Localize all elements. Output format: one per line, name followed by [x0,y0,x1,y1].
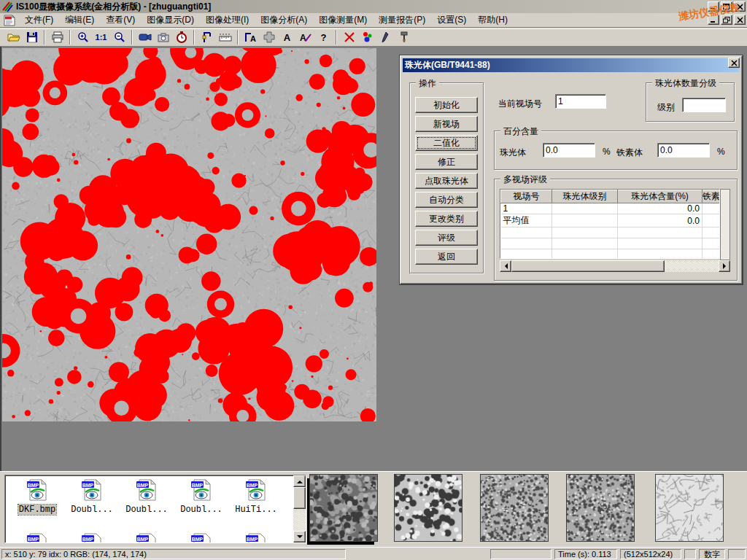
save-button[interactable] [23,29,41,45]
menu-edit[interactable]: 编辑(E) [59,12,100,28]
mdi-close-button[interactable] [734,15,746,25]
mdi-restore-button[interactable] [721,15,732,25]
menu-image-display[interactable]: 图像显示(D) [141,12,200,28]
table-vertical-scrollbar[interactable] [720,189,730,260]
return-button[interactable]: 返回 [415,249,478,265]
thumbnail-image[interactable] [480,474,549,542]
file-name[interactable]: HuiTi... [234,505,278,515]
pearlite-percent-input[interactable] [543,143,595,158]
menu-image-processing[interactable]: 图像处理(I) [200,12,255,28]
file-list-scrollbar[interactable] [293,475,306,542]
col-field-number[interactable]: 视场号 [501,190,552,203]
thumbnail-image[interactable] [566,474,635,542]
file-name[interactable]: DKF.bmp [18,505,56,515]
mdi-minimize-button[interactable] [708,15,719,25]
menu-file[interactable]: 文件(F) [19,12,59,28]
ruler-button[interactable] [216,29,234,45]
file-item[interactable]: BMP Doubl... [175,478,228,515]
grid-measure-button[interactable] [260,29,278,45]
maximize-button[interactable] [721,1,732,12]
timer-button[interactable] [172,29,190,45]
table-row[interactable]: 1 0.0 [501,203,721,214]
video-camera-button[interactable] [136,29,154,45]
menu-report[interactable]: 测量报告(P) [373,12,431,28]
scroll-right-button[interactable] [719,260,730,272]
table-row[interactable]: 平均值 0.0 [501,214,721,228]
thumbnail-image[interactable] [394,474,462,542]
thumbnail-image[interactable] [655,474,724,542]
table-horizontal-scrollbar[interactable] [500,260,730,272]
document-icon[interactable] [3,15,16,26]
menu-help[interactable]: 帮助(H) [472,12,514,28]
file-item[interactable]: BMP Doubl... [66,478,118,515]
brush-button[interactable] [395,29,413,45]
caliper-button[interactable] [198,29,216,45]
actual-size-button[interactable]: 1:1 [92,29,110,45]
ferrite-percent-input[interactable] [657,143,710,158]
col-pearlite-content[interactable]: 珠光体含量(%) [618,190,703,203]
dialog-title-bar[interactable]: 珠光体(GB/T9441-88) [403,58,740,72]
auto-classify-button[interactable]: 自动分类 [415,192,478,208]
annotate-button[interactable]: A [296,29,314,45]
file-item[interactable]: BMP DKF.bmp [11,478,63,515]
print-button[interactable] [48,29,66,45]
file-item[interactable]: BMP [66,532,118,543]
scroll-up-button[interactable] [293,475,306,487]
file-list[interactable]: BMP DKF.bmp BMP Doubl... BMP Doubl... BM… [4,475,306,543]
curve-tool-button[interactable] [340,29,358,45]
file-item[interactable]: BMP [175,532,228,543]
close-button[interactable] [734,1,746,12]
pick-pearlite-button[interactable]: 点取珠光体 [415,173,478,189]
scrollbar-thumb[interactable] [511,260,665,272]
microstructure-image[interactable] [2,48,376,421]
file-item[interactable]: BMP [230,532,282,543]
pen-button[interactable] [376,29,395,45]
dialog-close-button[interactable] [728,58,740,68]
file-item[interactable]: BMP Doubl... [120,478,173,515]
bmp-file-icon: BMP [244,478,268,502]
current-field-label: 当前视场号 [498,98,542,110]
measure-text-button[interactable]: A [241,29,260,45]
text-button[interactable]: A [278,29,296,45]
scroll-down-button[interactable] [293,531,306,542]
capture-camera-icon [158,32,169,42]
video-camera-icon [139,32,152,42]
binarize-button[interactable]: 二值化 [415,135,478,151]
menu-image-analysis[interactable]: 图像分析(A) [255,12,313,28]
rating-table[interactable]: 视场号 珠光体级别 珠光体含量(%) 铁素体含量(%) 1 0.0 平均值 0.… [500,189,720,259]
scroll-left-button[interactable] [500,260,511,272]
zoom-out-button[interactable] [110,29,128,45]
rate-button[interactable]: 评级 [415,230,478,246]
initialize-button[interactable]: 初始化 [415,97,478,113]
change-class-button[interactable]: 更改类别 [415,211,478,227]
scrollbar-thumb[interactable] [293,487,306,509]
open-folder-button[interactable] [4,29,23,45]
toolbar-separator [237,30,239,44]
col-ferrite-content[interactable]: 铁素体含量(%) [703,190,721,203]
file-name[interactable]: Doubl... [70,505,114,515]
file-name[interactable]: Doubl... [179,505,223,515]
correct-button[interactable]: 修正 [415,154,478,170]
thumbnail-image[interactable] [309,474,378,542]
svg-text:BMP: BMP [28,537,39,542]
file-item[interactable]: BMP [11,532,63,543]
grade-input[interactable] [682,98,726,112]
menu-image-measure[interactable]: 图像测量(M) [313,12,373,28]
zoom-in-button[interactable] [74,29,92,45]
file-item[interactable]: BMP [120,532,173,543]
file-name[interactable]: Doubl... [125,505,169,515]
file-item[interactable]: BMP HuiTi... [230,478,282,515]
col-pearlite-grade[interactable]: 珠光体级别 [552,190,618,203]
status-empty-panel [490,549,551,559]
new-field-button[interactable]: 新视场 [415,116,478,132]
bmp-file-icon: BMP [26,478,49,502]
current-field-input[interactable] [555,94,606,109]
menu-view[interactable]: 查看(V) [100,12,141,28]
minimize-button[interactable] [708,1,719,12]
help-button[interactable]: ? [314,29,333,45]
phase-analysis-button[interactable] [358,29,376,45]
bmp-file-icon: BMP [244,532,268,543]
capture-camera-button[interactable] [154,29,172,45]
menu-settings[interactable]: 设置(S) [431,12,472,28]
toolbar-separator [193,30,195,44]
